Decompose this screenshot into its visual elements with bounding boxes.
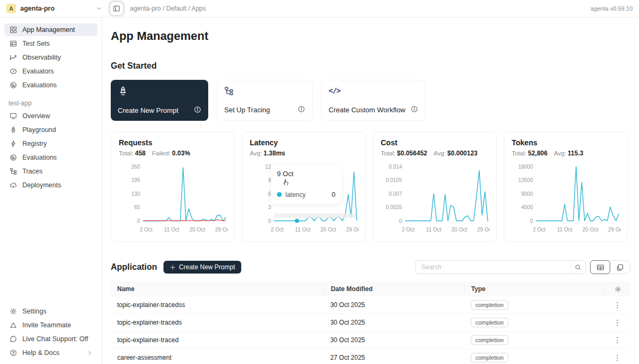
svg-text:3: 3 <box>268 204 271 210</box>
chevron-down-icon <box>96 5 102 12</box>
row-more-button[interactable]: ⋮ <box>611 353 625 362</box>
svg-text:20 Oct: 20 Oct <box>583 227 599 233</box>
sidebar-item-invite-teammate[interactable]: Invite Teammate <box>4 319 97 332</box>
chart-title: Cost <box>381 138 489 147</box>
create-new-prompt-button[interactable]: Create New Prompt <box>163 261 241 274</box>
row-more-button[interactable]: ⋮ <box>611 335 625 345</box>
sidebar-item-traces[interactable]: Traces <box>4 165 97 178</box>
chart-stats: Total:$0.056452 Avg:$0.000123 <box>381 150 489 157</box>
create-new-prompt-card[interactable]: Create New Prompt <box>111 80 208 121</box>
sidebar-item-help-docs[interactable]: Help & Docs <box>4 346 97 359</box>
table-row[interactable]: topic-explainer-tracedss 30 Oct 2025 com… <box>111 296 630 314</box>
sidebar-item-evaluations[interactable]: Evaluations <box>4 79 97 92</box>
requests-chart-card: Requests Total:458 Failed:0.03% 26019513… <box>111 131 235 242</box>
info-icon[interactable] <box>411 105 418 114</box>
card-view-button[interactable] <box>610 261 630 274</box>
app-name[interactable]: topic-explainer-traced <box>111 336 324 344</box>
card-view-icon <box>616 263 624 271</box>
sidebar-item-live-chat[interactable]: Live Chat Support: Off <box>4 333 97 345</box>
svg-text:12: 12 <box>265 164 272 170</box>
sidebar-item-observability[interactable]: Observability <box>4 51 97 64</box>
sidebar-item-test-sets[interactable]: Test Sets <box>4 37 97 50</box>
svg-text:0: 0 <box>268 218 271 224</box>
svg-text:9000: 9000 <box>521 191 534 197</box>
svg-text:0: 0 <box>530 218 533 224</box>
chevron-right-icon <box>87 350 93 356</box>
svg-text:0.007: 0.007 <box>389 191 402 197</box>
cost-chart[interactable]: 0.0140.01050.0070.003502 Oct11 Oct20 Oct… <box>381 158 489 239</box>
svg-text:0: 0 <box>399 218 402 224</box>
app-name[interactable]: topic-explainer-traceds <box>111 319 324 326</box>
sidebar-item-label: Playground <box>22 126 56 134</box>
app-name[interactable]: career-assessment <box>111 354 324 361</box>
svg-text:0.0105: 0.0105 <box>386 177 402 183</box>
tokens-chart[interactable]: 18000135009000450002 Oct11 Oct20 Oct29 O… <box>512 158 620 239</box>
date-modified: 27 Oct 2025 <box>324 354 464 361</box>
row-more-button[interactable]: ⋮ <box>611 318 625 327</box>
search-box <box>415 260 586 274</box>
sidebar-item-deployments[interactable]: Deployments <box>4 179 97 192</box>
svg-text:195: 195 <box>131 177 140 183</box>
svg-text:11 Oct: 11 Oct <box>426 227 441 233</box>
svg-text:0: 0 <box>137 218 140 224</box>
svg-text:2 Oct: 2 Oct <box>402 227 414 233</box>
sidebar-item-label: Registry <box>22 140 47 147</box>
info-icon[interactable] <box>298 105 305 114</box>
sidebar-item-label: Settings <box>22 308 46 315</box>
chat-icon <box>9 335 17 343</box>
column-header-name[interactable]: Name <box>111 285 324 293</box>
table-header: Name Date Modified Type <box>111 282 630 296</box>
sidebar-item-label: Traces <box>22 168 43 175</box>
plus-icon <box>170 264 176 270</box>
workspace-switcher[interactable]: A agenta-pro <box>6 4 102 13</box>
sidebar-item-app-management[interactable]: App Management <box>4 23 97 36</box>
page-title: App Management <box>111 29 630 43</box>
sidebar-item-label: Evaluations <box>22 154 57 161</box>
sidebar-toggle-icon <box>113 5 120 12</box>
column-header-date-modified[interactable]: Date Modified <box>324 285 464 293</box>
svg-text:29 Oct: 29 Oct <box>215 227 228 233</box>
chart-tooltip: 9 Oct latency 0 <box>271 166 341 204</box>
monitor-icon <box>9 112 17 120</box>
sidebar-item-overview[interactable]: Overview <box>4 110 97 122</box>
get-started-cards: Create New Prompt Set Up Tracing </> Cre… <box>111 80 630 121</box>
table-row[interactable]: topic-explainer-traceds 30 Oct 2025 comp… <box>111 314 630 332</box>
column-settings[interactable] <box>604 285 630 293</box>
test-sets-icon <box>9 40 17 47</box>
sidebar-item-playground[interactable]: Playground <box>4 123 97 136</box>
breadcrumb[interactable]: agenta-pro / Default / Apps <box>130 5 206 12</box>
sidebar-item-label: Observability <box>22 54 61 61</box>
chart-title: Requests <box>119 138 227 147</box>
gear-icon <box>9 308 17 315</box>
tree-icon <box>9 168 17 175</box>
create-custom-workflow-card[interactable]: </> Create Custom Workflow <box>321 80 425 121</box>
app-name[interactable]: topic-explainer-tracedss <box>111 301 324 309</box>
sidebar-item-evaluations-project[interactable]: Evaluations <box>4 151 97 164</box>
set-up-tracing-card[interactable]: Set Up Tracing <box>217 80 313 121</box>
sidebar-item-label: Invite Teammate <box>22 321 71 329</box>
code-icon: </> <box>329 86 418 95</box>
table-row[interactable]: career-assessment 27 Oct 2025 completion… <box>111 349 630 364</box>
sidebar: App Management Test Sets Observability E… <box>0 18 102 364</box>
sidebar-item-registry[interactable]: Registry <box>4 137 97 150</box>
tracing-icon <box>224 86 305 98</box>
row-more-button[interactable]: ⋮ <box>611 300 625 310</box>
sidebar-item-evaluators[interactable]: Evaluators <box>4 65 97 78</box>
search-icon[interactable] <box>570 261 585 274</box>
column-header-type[interactable]: Type <box>464 285 605 293</box>
view-toggle <box>590 260 630 274</box>
info-icon[interactable] <box>194 106 201 115</box>
table-row[interactable]: topic-explainer-traced 30 Oct 2025 compl… <box>111 332 630 349</box>
latency-chart[interactable]: 9 Oct latency 0 1296302 Oct11 Oct20 Oct2… <box>250 158 358 239</box>
requests-chart[interactable]: 2601951306502 Oct11 Oct20 Oct29 Oct <box>119 158 227 239</box>
grid-icon <box>9 26 17 34</box>
sidebar-item-settings[interactable]: Settings <box>4 305 97 318</box>
sidebar-toggle-button[interactable] <box>110 2 124 15</box>
series-value: 0 <box>332 191 335 198</box>
sidebar-item-label: Help & Docs <box>22 349 59 357</box>
card-label: Create Custom Workflow <box>329 106 405 114</box>
table-view-button[interactable] <box>590 260 610 274</box>
search-input[interactable] <box>416 263 570 271</box>
type-badge: completion <box>471 300 509 310</box>
main-content: App Management Get Started Create New Pr… <box>102 29 639 364</box>
